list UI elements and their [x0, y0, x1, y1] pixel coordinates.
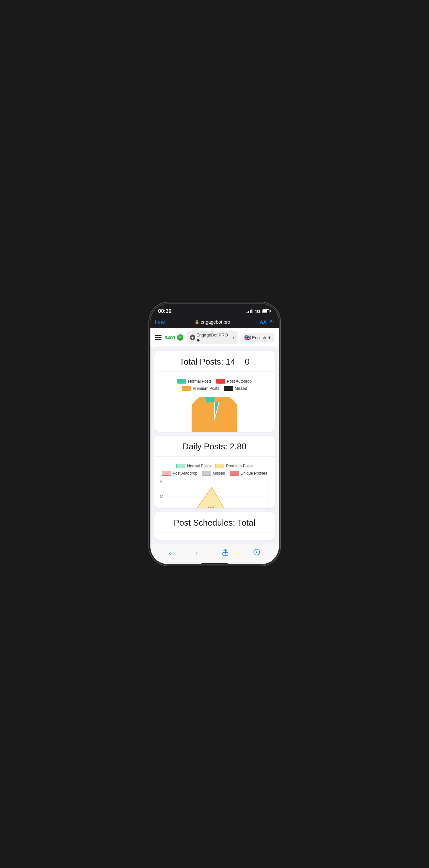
legend-normal-color [177, 379, 186, 383]
aa-button[interactable]: AA [260, 319, 267, 325]
daily-posts-title: Daily Posts: 2.80 [154, 436, 275, 457]
total-posts-legend: Normal Posts Post Autodrop Premium Posts [158, 376, 272, 394]
chart-wrap: 20 10 0 [158, 478, 272, 508]
legend-daily-premium: Premium Posts [215, 464, 253, 468]
coins-amount: 9401 [165, 335, 175, 340]
legend-autodrop-label: Post Autodrop [227, 379, 252, 383]
total-posts-title: Total Posts: 14 + 0 [154, 351, 275, 372]
language-dropdown[interactable]: 🇬🇧 English ▼ [242, 333, 274, 342]
legend-daily-missed: Missed [202, 471, 225, 475]
legend-missed: Missed [224, 386, 247, 391]
legend-daily-autodrop-color [162, 471, 171, 475]
legend-premium-color [182, 386, 191, 391]
legend-autodrop: Post Autodrop [216, 379, 252, 383]
account-name: EngageBot.PRO ◆.. [197, 333, 231, 342]
total-posts-card: Total Posts: 14 + 0 Normal Posts Post Au… [154, 351, 275, 432]
phone-screen: 00:30 4G Fine 🔒 engagebot.pro [151, 304, 279, 564]
lang-chevron: ▼ [267, 335, 272, 340]
main-content: Total Posts: 14 + 0 Normal Posts Post Au… [151, 347, 279, 544]
bottom-nav: ‹ › [151, 544, 279, 562]
browser-right-controls: AA ↻ [260, 319, 274, 325]
hamburger-menu[interactable] [155, 335, 162, 340]
daily-posts-legend: Normal Posts Premium Posts Post Autodrop [158, 461, 272, 478]
legend-daily-premium-label: Premium Posts [226, 464, 253, 468]
battery-body [262, 309, 269, 313]
account-chevron: ▼ [232, 336, 235, 339]
forward-button[interactable]: › [192, 548, 201, 559]
coins-badge: 9401 [165, 334, 184, 341]
y-axis-10: 10 [158, 495, 164, 498]
legend-missed-label: Missed [235, 386, 247, 391]
daily-posts-body: Normal Posts Premium Posts Post Autodrop [154, 457, 275, 508]
legend-normal: Normal Posts [177, 379, 211, 383]
daily-posts-card: Daily Posts: 2.80 Normal Posts Premium P… [154, 436, 275, 508]
y-axis-20: 20 [158, 479, 164, 483]
coin-icon [177, 334, 184, 341]
language-label: English [252, 335, 266, 340]
post-schedules-title: Post Schedules: Total [154, 512, 275, 533]
legend-daily-normal-color [176, 464, 186, 468]
legend-unique-color [230, 471, 239, 475]
battery-fill [263, 310, 267, 313]
home-indicator [201, 563, 228, 564]
pie-container [158, 394, 272, 432]
legend-normal-label: Normal Posts [188, 379, 211, 383]
notch [194, 304, 235, 315]
browser-back-label[interactable]: Fine [155, 319, 165, 325]
legend-unique-label: Unique Profiles [241, 471, 267, 475]
legend-premium: Premium Posts [182, 386, 219, 391]
legend-daily-missed-color [202, 471, 211, 475]
battery-tip [270, 310, 271, 312]
legend-daily-autodrop-label: Post Autodrop [173, 471, 197, 475]
phone-frame: 00:30 4G Fine 🔒 engagebot.pro [151, 304, 279, 564]
legend-daily-missed-label: Missed [213, 471, 225, 475]
account-icon: ◆ [190, 335, 195, 340]
post-schedules-card: Post Schedules: Total [154, 512, 275, 540]
line-chart-svg [165, 478, 272, 508]
legend-autodrop-color [216, 379, 225, 383]
svg-point-2 [178, 336, 182, 338]
legend-daily-normal-label: Normal Posts [187, 464, 210, 468]
svg-point-15 [256, 552, 257, 553]
account-dropdown[interactable]: ◆ EngageBot.PRO ◆.. ▼ [187, 331, 238, 344]
url-text: engagebot.pro [201, 319, 230, 325]
network-type: 4G [254, 309, 260, 314]
back-button[interactable]: ‹ [165, 548, 174, 559]
pie-chart [192, 397, 237, 432]
flag-icon: 🇬🇧 [244, 335, 251, 341]
nav-bar: 9401 ◆ EngageBot.PRO ◆.. ▼ 🇬🇧 English ▼ [151, 328, 279, 347]
legend-premium-label: Premium Posts [193, 386, 219, 391]
reload-button[interactable]: ↻ [270, 319, 274, 325]
legend-missed-color [224, 386, 233, 391]
browser-url[interactable]: 🔒 engagebot.pro [195, 319, 230, 325]
compass-button[interactable] [250, 547, 264, 559]
legend-daily-normal: Normal Posts [176, 464, 210, 468]
battery-icon [262, 309, 271, 313]
browser-bar: Fine 🔒 engagebot.pro AA ↻ [151, 317, 279, 328]
legend-daily-autodrop: Post Autodrop [162, 471, 197, 475]
status-right: 4G [246, 309, 271, 314]
legend-daily-premium-color [215, 464, 224, 468]
legend-unique: Unique Profiles [230, 471, 267, 475]
total-posts-body: Normal Posts Post Autodrop Premium Posts [154, 372, 275, 432]
share-button[interactable] [219, 547, 232, 559]
status-time: 00:30 [158, 308, 172, 314]
lock-icon: 🔒 [195, 320, 199, 324]
signal-bars [246, 309, 253, 313]
